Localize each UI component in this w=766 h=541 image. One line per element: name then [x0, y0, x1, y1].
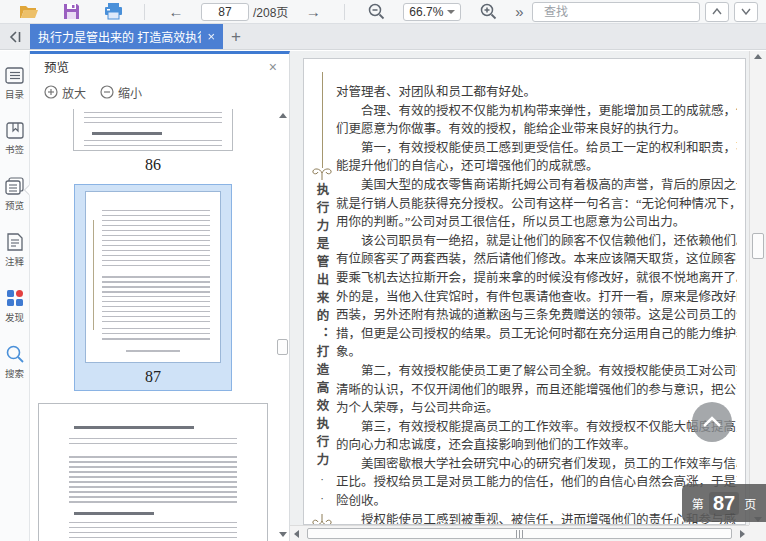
minus-circle-icon	[100, 85, 114, 99]
find-previous-button[interactable]	[705, 2, 729, 22]
scroll-up-arrow[interactable]	[276, 113, 289, 118]
text-line: 第一，有效授权能使员工感到更受信任。给员工一定的权利和职责，不仅	[336, 139, 737, 158]
text-line: 该公司职员有一绝招，就是让他们的顾客不仅信赖他们，还依赖他们。曾	[336, 232, 737, 251]
zoom-in-icon[interactable]	[475, 2, 501, 22]
text-line: 措，但更是公司授权的结果。员工无论何时都在充分运用自己的能力维护着企业形	[336, 325, 737, 344]
thumbnail-zoom-out-label: 缩小	[118, 84, 142, 101]
sidebar-item-search[interactable]: 搜索	[0, 345, 29, 380]
scrollbar-thumb[interactable]	[752, 233, 764, 259]
zoom-level-value: 66.7%	[409, 5, 443, 19]
toc-icon	[5, 67, 24, 84]
close-panel-icon[interactable]: ×	[269, 59, 277, 75]
thumbnail-item-selected[interactable]: 87	[74, 184, 232, 391]
note-icon	[7, 233, 23, 251]
text-line: 对管理者、对团队和员工都有好处。	[336, 83, 737, 102]
previous-page-icon[interactable]: ←	[163, 2, 189, 22]
text-line: 合理、有效的授权不仅能为机构带来弹性，更能增加员工的成就感，使他	[336, 102, 737, 121]
horizontal-scrollbar[interactable]	[290, 525, 749, 541]
ornament-stem	[322, 72, 323, 168]
thumbnail-page-number: 86	[30, 156, 276, 174]
thumbnail-page-image	[85, 191, 221, 363]
page-indicator-prefix: 第	[692, 495, 704, 512]
sidebar-item-label: 目录	[5, 87, 24, 101]
chapter-vertical-header: 执行力是管出来的：打造高效执行力 ··	[310, 72, 334, 525]
scroll-right-arrow[interactable]	[740, 526, 745, 541]
back-to-top-button[interactable]	[692, 402, 732, 442]
collapse-tabs-button[interactable]	[0, 24, 30, 49]
scrollbar-thumb[interactable]	[307, 528, 732, 539]
sidebar-item-preview[interactable]: 预览	[0, 177, 29, 212]
scrollbar-corner	[749, 525, 766, 541]
document-text: 对管理者、对团队和员工都有好处。 合理、有效的授权不仅能为机构带来弹性，更能增加…	[336, 83, 737, 525]
new-tab-button[interactable]: +	[223, 24, 249, 49]
bookmark-icon	[6, 122, 24, 139]
scroll-down-arrow[interactable]	[276, 532, 289, 537]
text-line: 的向心力和忠诚度，还会直接影响到他们的工作效率。	[336, 436, 737, 455]
text-line: 能提升他们的自信心，还可增强他们的成就感。	[336, 157, 737, 176]
chapter-title-dots: ··	[316, 473, 328, 511]
chevron-left-bar-icon	[8, 30, 22, 44]
page-indicator-number[interactable]: 87	[709, 492, 739, 515]
sidebar-item-toc[interactable]: 目录	[0, 67, 29, 101]
sidebar-item-label: 书签	[5, 142, 24, 156]
text-line: 有位顾客买了两套西装，然后请他们修改。本来应该隔天取货，这位顾客由于马上	[336, 250, 737, 269]
text-line: 正比。授权给员工是对员工能力的信任，他们的自信心自然会高涨，于是更愿意冒	[336, 473, 737, 492]
text-line: 第三，有效授权能提高员工的工作效率。有效授权不仅能大幅度提高员工	[336, 418, 737, 437]
close-tab-icon[interactable]: ×	[201, 29, 215, 44]
text-line: 用你的判断。”公司对员工很信任，所以员工也愿意为公司出力。	[336, 213, 737, 232]
sidebar-item-label: 注释	[5, 254, 24, 268]
text-line: 们更愿意为你做事。有效的授权，能给企业带来良好的执行力。	[336, 120, 737, 139]
toolbar-separator	[144, 4, 145, 20]
preview-tools: 放大 缩小	[30, 79, 289, 105]
scroll-up-arrow[interactable]	[750, 54, 766, 59]
page-indicator-suffix: 页	[744, 495, 756, 512]
thumbnail-item[interactable]	[30, 403, 276, 541]
plus-circle-icon	[44, 85, 58, 99]
thumbnail-list: 86 87	[30, 109, 276, 541]
text-line: 要乘飞机去达拉斯开会，提前来拿的时候没有修改好，就很不悦地离开了。令他意	[336, 269, 737, 288]
preview-scrollbar[interactable]	[276, 109, 289, 541]
thumbnail-item[interactable]: 86	[30, 109, 276, 174]
discover-icon	[6, 289, 24, 307]
tab-bar: 执行力是管出来的 打造高效执行 × +	[0, 24, 766, 50]
preview-panel: 预览 × 放大 缩小 86	[30, 51, 290, 541]
document-view: 执行力是管出来的：打造高效执行力 ·· 对管理者、对团队和员工都有好处。 合理、…	[290, 51, 766, 541]
thumbnail-zoom-in-button[interactable]: 放大	[44, 84, 86, 101]
toolbar-separator	[344, 4, 345, 20]
scrollbar-thumb[interactable]	[277, 339, 288, 355]
save-icon[interactable]	[58, 2, 84, 22]
find-next-button[interactable]	[734, 2, 758, 22]
document-tab[interactable]: 执行力是管出来的 打造高效执行 ×	[30, 24, 223, 49]
ornament-bottom-icon	[311, 513, 333, 525]
next-page-icon[interactable]: →	[300, 2, 326, 22]
text-line: 第二，有效授权能使员工更了解公司全貌。有效授权能使员工对公司有更	[336, 362, 737, 381]
thumbnail-zoom-out-button[interactable]: 缩小	[100, 84, 142, 101]
zoom-out-icon[interactable]	[363, 2, 389, 22]
scroll-left-arrow[interactable]	[294, 526, 299, 541]
more-tools-button[interactable]: »	[515, 3, 523, 20]
search-input[interactable]	[544, 5, 699, 19]
preview-panel-header: 预览 ×	[30, 54, 289, 79]
sidebar-item-bookmarks[interactable]: 书签	[0, 122, 29, 156]
print-icon[interactable]	[100, 2, 126, 22]
text-line: 清晰的认识，不仅开阔他们的眼界，而且还能增强他们的参与意识，把公司成败视	[336, 381, 737, 400]
document-page: 执行力是管出来的：打造高效执行力 ·· 对管理者、对团队和员工都有好处。 合理、…	[303, 58, 746, 525]
tab-title: 执行力是管出来的 打造高效执行	[38, 28, 201, 45]
thumbnail-page-image	[73, 109, 233, 151]
main-toolbar: ← /208页 → 66.7% »	[0, 0, 766, 24]
thumbnail-page-image	[38, 403, 268, 541]
sidebar-item-annotations[interactable]: 注释	[0, 233, 29, 268]
vertical-scrollbar[interactable]	[749, 51, 766, 525]
zoom-level-select[interactable]: 66.7%	[403, 3, 461, 21]
text-line: 为个人荣辱，与公司共命运。	[336, 399, 737, 418]
open-file-icon[interactable]	[16, 2, 42, 22]
chevron-up-icon	[712, 8, 722, 15]
preview-panel-title: 预览	[44, 57, 69, 76]
sidebar-item-discover[interactable]: 发现	[0, 289, 29, 324]
text-line: 象。	[336, 343, 737, 362]
preview-pages-icon	[5, 177, 24, 195]
page-number-input[interactable]	[201, 3, 249, 21]
chevron-down-icon	[741, 8, 751, 15]
sidebar-item-label: 搜索	[5, 366, 24, 380]
sidebar: 目录 书签 预览 注释 发现 搜索	[0, 51, 30, 541]
